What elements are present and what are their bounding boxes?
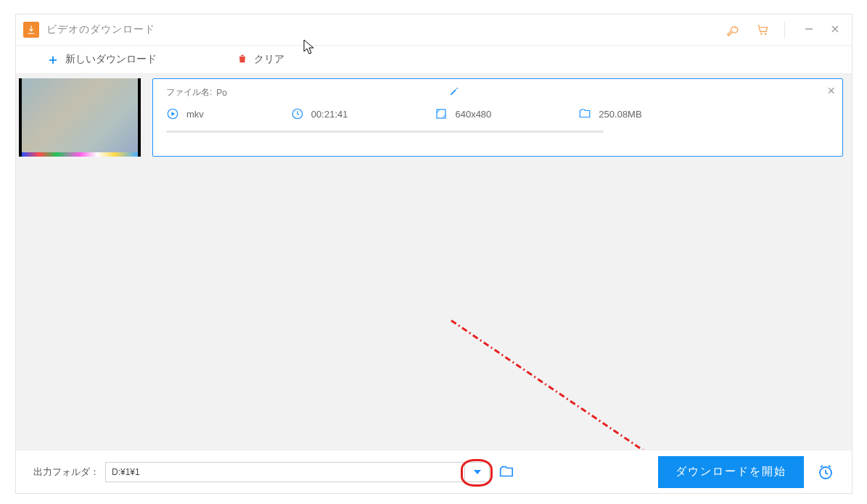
footer: 出力フォルダ： ダウンロードを開始 xyxy=(16,450,852,493)
svg-point-2 xyxy=(765,33,767,36)
duration-meta: 00:21:41 xyxy=(291,107,348,120)
filename-value: Po xyxy=(216,88,227,98)
minimize-button[interactable] xyxy=(804,24,814,36)
new-download-label: 新しいダウンロード xyxy=(65,53,157,66)
titlebar: ビデオのダウンロード xyxy=(16,15,852,45)
svg-rect-6 xyxy=(437,110,445,118)
start-download-label: ダウンロードを開始 xyxy=(675,465,786,479)
content-area: × ファイル名: Po mkv xyxy=(16,74,852,464)
plus-icon: ＋ xyxy=(46,53,59,66)
meta-row: mkv 00:21:41 640x480 xyxy=(166,107,829,120)
progress-bar xyxy=(166,131,604,133)
format-icon xyxy=(166,107,179,120)
item-card: × ファイル名: Po mkv xyxy=(152,78,843,157)
filename-label: ファイル名: xyxy=(166,86,212,99)
format-value: mkv xyxy=(186,109,204,120)
start-download-button[interactable]: ダウンロードを開始 xyxy=(658,456,804,488)
resolution-value: 640x480 xyxy=(455,109,491,120)
output-folder-input[interactable] xyxy=(106,467,464,477)
format-meta: mkv xyxy=(166,107,204,120)
filename-row: ファイル名: Po xyxy=(166,86,829,99)
resolution-meta: 640x480 xyxy=(435,107,491,120)
remove-item-button[interactable]: × xyxy=(827,83,835,99)
filesize-value: 250.08MB xyxy=(599,109,641,120)
clear-label: クリア xyxy=(254,53,284,66)
video-thumbnail[interactable] xyxy=(19,78,141,157)
clock-icon xyxy=(291,107,304,120)
download-item: × ファイル名: Po mkv xyxy=(16,74,852,157)
cart-icon[interactable] xyxy=(755,22,770,37)
svg-point-1 xyxy=(760,33,763,36)
window-title: ビデオのダウンロード xyxy=(46,23,155,36)
new-download-button[interactable]: ＋ 新しいダウンロード xyxy=(46,53,157,66)
output-folder-dropdown-button[interactable] xyxy=(464,463,489,482)
clear-button[interactable]: クリア xyxy=(237,53,284,67)
toolbar: ＋ 新しいダウンロード クリア xyxy=(16,45,852,74)
app-window: ビデオのダウンロード ＋ 新しいダウンロード xyxy=(15,14,852,494)
app-icon xyxy=(23,22,39,38)
output-folder-label: 出力フォルダ： xyxy=(33,466,99,479)
open-folder-button[interactable] xyxy=(498,464,514,480)
filesize-meta: 250.08MB xyxy=(578,107,641,120)
duration-value: 00:21:41 xyxy=(311,109,348,120)
filesize-icon xyxy=(578,107,591,120)
schedule-button[interactable] xyxy=(817,463,834,481)
output-folder-box xyxy=(105,462,490,482)
close-button[interactable] xyxy=(830,24,840,36)
key-icon[interactable] xyxy=(726,22,741,37)
edit-filename-icon[interactable] xyxy=(449,86,459,99)
trash-icon xyxy=(237,53,248,67)
resolution-icon xyxy=(435,107,448,120)
svg-point-0 xyxy=(735,28,736,29)
